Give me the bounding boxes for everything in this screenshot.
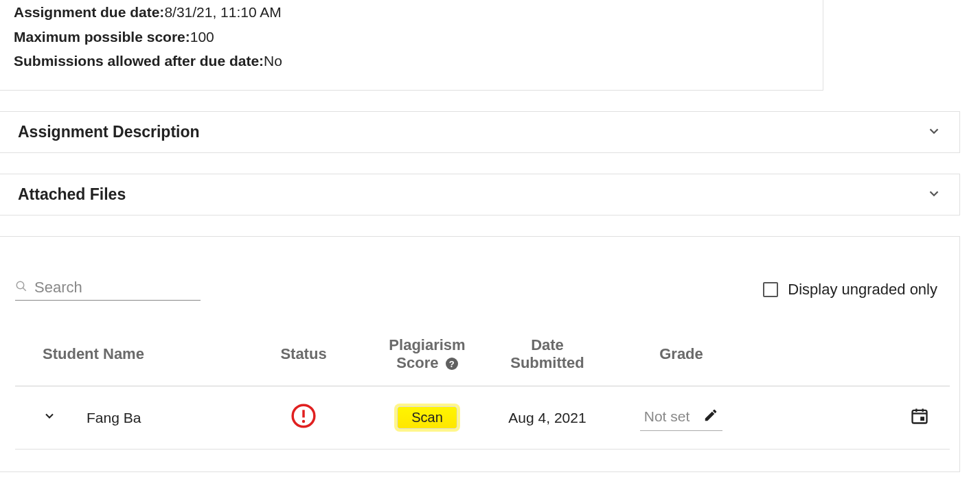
display-ungraded-checkbox[interactable]: Display ungraded only	[763, 281, 937, 299]
col-plagiarism: Plagiarism Score ?	[365, 328, 489, 386]
search-field-wrap[interactable]	[15, 278, 201, 301]
col-actions	[757, 328, 950, 386]
chevron-down-icon	[926, 124, 942, 141]
date-submitted: Aug 4, 2021	[489, 386, 606, 450]
grade-value: Not set	[644, 408, 690, 425]
col-status: Status	[242, 328, 365, 386]
grading-area: Display ungraded only Student Name Statu…	[0, 236, 960, 472]
attached-files-title: Attached Files	[18, 185, 126, 204]
assignment-meta: Assignment due date:8/31/21, 11:10 AM Ma…	[0, 0, 823, 91]
search-input[interactable]	[33, 278, 201, 297]
after-due-label: Submissions allowed after due date:	[14, 53, 264, 69]
pencil-icon	[703, 408, 718, 426]
chevron-down-icon	[926, 186, 942, 204]
max-score-label: Maximum possible score:	[14, 29, 190, 45]
submissions-table: Student Name Status Plagiarism Score ? D…	[15, 328, 950, 450]
max-score-value: 100	[190, 29, 214, 45]
svg-point-0	[16, 281, 24, 289]
assignment-description-panel[interactable]: Assignment Description	[0, 111, 960, 153]
due-date-label: Assignment due date:	[14, 4, 164, 20]
help-icon[interactable]: ?	[446, 358, 458, 370]
due-date-value: 8/31/21, 11:10 AM	[164, 4, 281, 20]
attached-files-panel[interactable]: Attached Files	[0, 174, 960, 215]
scan-button[interactable]: Scan	[397, 406, 457, 429]
svg-line-1	[23, 288, 26, 291]
col-date-submitted: Date Submitted	[489, 328, 606, 386]
svg-point-4	[302, 420, 305, 423]
checkbox-icon	[763, 282, 778, 297]
col-student-name: Student Name	[15, 328, 242, 386]
table-row: Fang Ba Scan Aug 4, 2021 Not set	[15, 386, 950, 450]
col-grade: Grade	[606, 328, 757, 386]
svg-rect-5	[913, 410, 927, 423]
alert-icon	[290, 416, 317, 432]
student-name: Fang Ba	[87, 410, 141, 426]
after-due-value: No	[264, 53, 282, 69]
calendar-icon[interactable]	[910, 412, 929, 428]
grade-input[interactable]: Not set	[640, 405, 723, 431]
grading-toolbar: Display ungraded only	[15, 278, 950, 301]
expand-row-icon[interactable]	[43, 409, 56, 426]
search-icon	[15, 280, 27, 295]
assignment-description-title: Assignment Description	[18, 123, 200, 141]
svg-rect-9	[920, 417, 924, 421]
display-ungraded-label: Display ungraded only	[788, 281, 937, 299]
